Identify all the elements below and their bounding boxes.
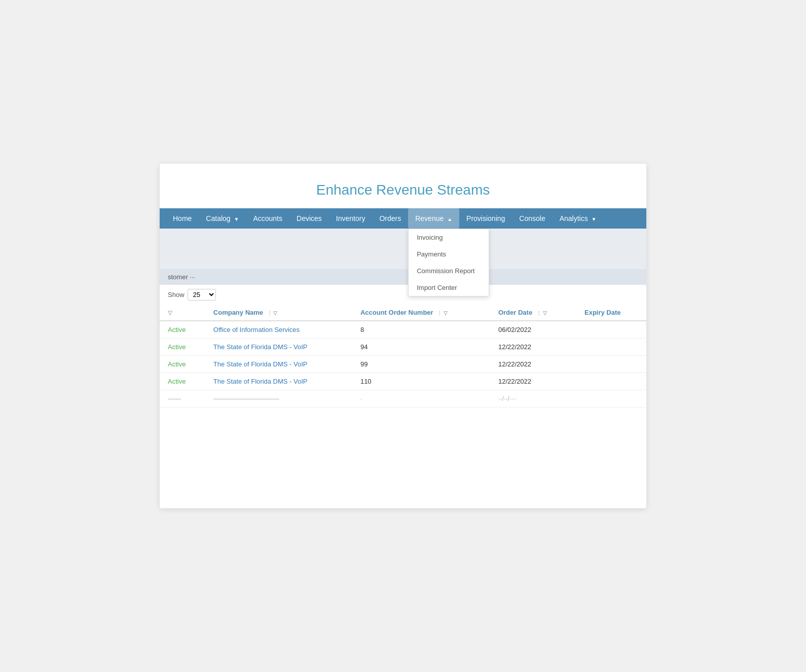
order-number-sort-icon: ⋮ ▽ <box>437 310 448 316</box>
dropdown-item-import-center[interactable]: Import Center <box>409 279 489 296</box>
table-header-row: ▽ Company Name ⋮ ▽ Account Order Number … <box>160 305 646 321</box>
dropdown-item-invoicing[interactable]: Invoicing <box>409 229 489 246</box>
table-row: Active Office of Information Services 8 … <box>160 321 646 339</box>
nav-item-analytics[interactable]: Analytics ▼ <box>553 208 604 229</box>
expiry-date <box>576 373 646 390</box>
content-area: stomer ··· Show 25 50 100 ▽ <box>160 229 646 407</box>
nav-item-inventory[interactable]: Inventory <box>329 208 373 229</box>
table-body: Active Office of Information Services 8 … <box>160 321 646 407</box>
order-date: 12/22/2022 <box>490 356 576 373</box>
col-order-date[interactable]: Order Date ⋮ ▽ <box>490 305 576 321</box>
main-container: Enhance Revenue Streams Home Catalog ▼ A… <box>160 164 646 508</box>
company-name[interactable]: The State of Florida DMS - VoIP <box>213 360 308 368</box>
order-date: 06/02/2022 <box>490 321 576 339</box>
company-cell-faded: —————————— <box>205 390 352 407</box>
dropdown-item-commission-report[interactable]: Commission Report <box>409 263 489 279</box>
catalog-dropdown-arrow: ▼ <box>234 216 239 222</box>
order-number: 99 <box>352 356 490 373</box>
order-date-faded: ··/··/···· <box>490 390 576 407</box>
table-row: Active The State of Florida DMS - VoIP 9… <box>160 356 646 373</box>
status-badge: Active <box>168 378 186 385</box>
top-section <box>160 229 646 269</box>
data-table: ▽ Company Name ⋮ ▽ Account Order Number … <box>160 305 646 407</box>
nav-item-console[interactable]: Console <box>512 208 552 229</box>
table-row: Active The State of Florida DMS - VoIP 9… <box>160 339 646 356</box>
nav-item-accounts[interactable]: Accounts <box>246 208 289 229</box>
order-date: 12/22/2022 <box>490 373 576 390</box>
analytics-dropdown-arrow: ▼ <box>592 216 597 222</box>
expiry-date <box>576 339 646 356</box>
status-cell-faded: —— <box>160 390 205 407</box>
page-title: Enhance Revenue Streams <box>170 182 636 198</box>
order-date: 12/22/2022 <box>490 339 576 356</box>
revenue-dropdown-arrow: ▲ <box>447 216 452 222</box>
company-sort-icon: ⋮ ▽ <box>267 310 278 316</box>
col-expiry-date: Expiry Date <box>576 305 646 321</box>
status-badge: Active <box>168 360 186 368</box>
nav-item-devices[interactable]: Devices <box>289 208 329 229</box>
order-number: 8 <box>352 321 490 339</box>
order-number: 110 <box>352 373 490 390</box>
status-filter-icon: ▽ <box>168 310 172 316</box>
nav-item-revenue[interactable]: Revenue ▲ Invoicing Payments Commission … <box>408 208 459 229</box>
status-badge: Active <box>168 343 186 351</box>
page-header: Enhance Revenue Streams <box>160 164 646 208</box>
order-number-faded: · <box>352 390 490 407</box>
expiry-date <box>576 356 646 373</box>
table-row-faded: —— —————————— · ··/··/···· <box>160 390 646 407</box>
nav-bar: Home Catalog ▼ Accounts Devices Inventor… <box>160 208 646 229</box>
table-header-bar: stomer ··· <box>160 269 646 285</box>
col-order-number[interactable]: Account Order Number ⋮ ▽ <box>352 305 490 321</box>
table-section: stomer ··· Show 25 50 100 ▽ <box>160 269 646 407</box>
expiry-date-faded <box>576 390 646 407</box>
show-select[interactable]: 25 50 100 <box>188 289 216 301</box>
status-badge: Active <box>168 326 186 333</box>
table-row: Active The State of Florida DMS - VoIP 1… <box>160 373 646 390</box>
order-date-sort-icon: ⋮ ▽ <box>536 310 547 316</box>
nav-item-home[interactable]: Home <box>166 208 199 229</box>
nav-item-orders[interactable]: Orders <box>372 208 408 229</box>
company-name[interactable]: Office of Information Services <box>213 326 300 333</box>
company-name[interactable]: The State of Florida DMS - VoIP <box>213 343 308 351</box>
table-controls: Show 25 50 100 <box>160 285 646 305</box>
expiry-date <box>576 321 646 339</box>
revenue-dropdown-menu: Invoicing Payments Commission Report Imp… <box>408 229 489 296</box>
nav-item-catalog[interactable]: Catalog ▼ <box>199 208 246 229</box>
dropdown-item-payments[interactable]: Payments <box>409 246 489 263</box>
col-status[interactable]: ▽ <box>160 305 205 321</box>
col-company[interactable]: Company Name ⋮ ▽ <box>205 305 352 321</box>
order-number: 94 <box>352 339 490 356</box>
company-name[interactable]: The State of Florida DMS - VoIP <box>213 378 308 385</box>
nav-item-provisioning[interactable]: Provisioning <box>459 208 512 229</box>
